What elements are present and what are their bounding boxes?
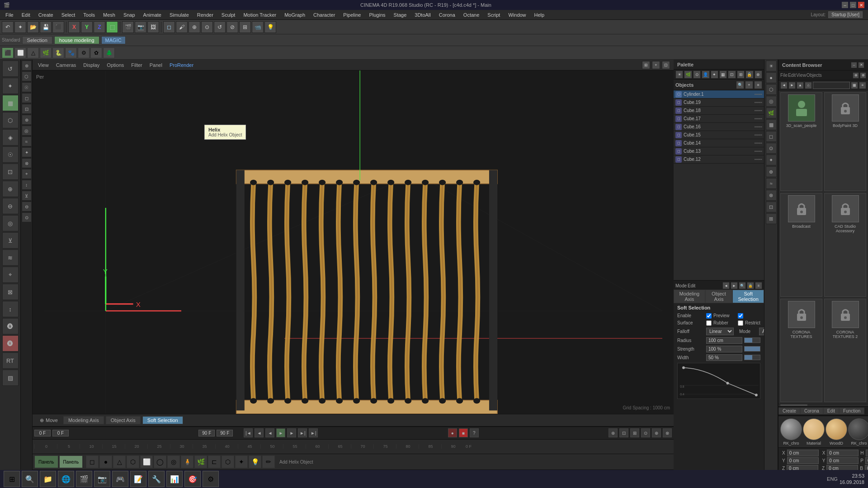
- mat-woodd[interactable]: WoodD: [826, 418, 847, 446]
- task-btn-4[interactable]: 📷: [94, 471, 110, 487]
- rs-btn-13[interactable]: ⊡: [766, 202, 777, 212]
- vp-filter[interactable]: Filter: [129, 61, 144, 69]
- left-btn-13[interactable]: ⌖: [2, 267, 19, 283]
- play-btn[interactable]: ►: [276, 428, 285, 437]
- mode-select[interactable]: All: [759, 328, 764, 335]
- rs-btn-10[interactable]: ⊕: [766, 166, 777, 177]
- render-region-btn[interactable]: 📷: [135, 21, 146, 33]
- ty-input[interactable]: [827, 457, 859, 464]
- left2-btn-11[interactable]: ⌖: [22, 169, 32, 179]
- cb-up-btn[interactable]: ▲: [797, 82, 804, 89]
- cb-item-broadcast[interactable]: Broadcast: [780, 193, 822, 296]
- maximize-button[interactable]: □: [850, 2, 856, 8]
- strength-input[interactable]: [706, 346, 742, 352]
- left2-btn-4[interactable]: ◻: [22, 93, 32, 103]
- palette-btn-8[interactable]: ⊞: [737, 70, 745, 79]
- left-btn-6[interactable]: ☉: [2, 146, 19, 163]
- auto-key-btn[interactable]: ⊡: [619, 428, 628, 437]
- left-btn-12[interactable]: ≋: [2, 249, 19, 266]
- left-btn-8[interactable]: ⊕: [2, 181, 19, 197]
- menu-simulate[interactable]: Simulate: [166, 11, 193, 19]
- rotate-tool[interactable]: ↺: [214, 21, 226, 33]
- menu-mograph[interactable]: MoGraph: [281, 11, 309, 19]
- vp-fit-btn[interactable]: ⊞: [642, 61, 650, 69]
- cb-item-c4d-accessory[interactable]: CAD Studio Accessory: [824, 193, 866, 296]
- left-btn-7[interactable]: ⊡: [2, 164, 19, 180]
- palette-btn-7[interactable]: ⊡: [728, 70, 736, 79]
- move-tool[interactable]: ⊕: [189, 21, 200, 33]
- rs-btn-2[interactable]: ●: [766, 72, 777, 83]
- radius-slider[interactable]: [744, 338, 760, 343]
- vp-options[interactable]: Options: [105, 61, 126, 69]
- prop-back-btn[interactable]: ◄: [722, 282, 730, 289]
- left2-btn-1[interactable]: ⊕: [22, 61, 32, 70]
- z-axis-btn[interactable]: Z: [94, 21, 105, 33]
- left-btn-17[interactable]: 🅗: [2, 335, 19, 352]
- radius-input[interactable]: [706, 337, 742, 344]
- corona-tab[interactable]: Corona: [800, 408, 823, 414]
- obj-cube16[interactable]: ◻ Cube.16 ▪▪▪▪▪▪: [674, 123, 764, 131]
- new-scene-btn[interactable]: ✦: [14, 21, 26, 33]
- soft-sel-tab-prop[interactable]: Soft Selection: [732, 290, 764, 303]
- prim-light-btn[interactable]: 💡: [249, 455, 261, 468]
- undo-btn[interactable]: ↶: [2, 21, 14, 33]
- light-btn[interactable]: 💡: [264, 21, 276, 33]
- vp-prorender[interactable]: ProRender: [168, 61, 195, 69]
- width-input[interactable]: [706, 354, 742, 361]
- tx-input[interactable]: [827, 450, 859, 456]
- width-slider[interactable]: [744, 355, 760, 360]
- prop-fwd-btn[interactable]: ►: [731, 282, 738, 289]
- left2-btn-8[interactable]: ≈: [22, 136, 32, 146]
- vp-maximize-btn[interactable]: ⊡: [662, 61, 670, 69]
- prim-sphere-btn[interactable]: ●: [99, 455, 112, 468]
- left2-btn-13[interactable]: ⊻: [22, 191, 32, 201]
- vp-panel[interactable]: Panel: [148, 61, 164, 69]
- palette-btn-2[interactable]: 🌿: [684, 70, 692, 79]
- sub-btn-8[interactable]: ✿: [90, 47, 102, 58]
- cb-item-corona-tex2[interactable]: CORONA TEXTURES 2: [824, 299, 866, 402]
- left-btn-15[interactable]: ↕: [2, 301, 19, 317]
- sub-btn-7[interactable]: ⚙: [78, 47, 90, 58]
- panel-tab-2[interactable]: Панель: [59, 455, 83, 468]
- cb-list-btn[interactable]: ≡: [859, 82, 866, 89]
- left-btn-9[interactable]: ⊖: [2, 198, 19, 214]
- cb-item-scan[interactable]: 3D_scan_people: [780, 92, 822, 191]
- save-btn[interactable]: 💾: [40, 21, 52, 33]
- close-button[interactable]: ✕: [858, 2, 864, 8]
- rs-btn-6[interactable]: ▦: [766, 119, 777, 130]
- prim-cylinder-btn[interactable]: ⬡: [127, 455, 139, 468]
- obj-cube18[interactable]: ◻ Cube.18 ▪▪▪▪▪▪: [674, 107, 764, 115]
- mat-material[interactable]: Material: [803, 418, 825, 446]
- help-btn[interactable]: ?: [470, 428, 479, 437]
- frame-start-input[interactable]: [34, 430, 51, 436]
- sub-btn-4[interactable]: 🌿: [40, 47, 52, 58]
- task-btn-1[interactable]: 📁: [40, 471, 56, 487]
- prim-torus-btn[interactable]: ◎: [167, 455, 180, 468]
- menu-sculpt[interactable]: Sculpt: [218, 11, 239, 19]
- anim2-btn[interactable]: ⊕: [652, 428, 661, 437]
- prim-cloner-btn[interactable]: ✦: [235, 455, 248, 468]
- obj-cube17[interactable]: ◻ Cube.17 ▪▪▪▪▪▪: [674, 115, 764, 123]
- frame-end2-input[interactable]: [217, 430, 233, 436]
- camera-btn[interactable]: 📹: [252, 21, 264, 33]
- menu-stage[interactable]: Stage: [390, 11, 410, 19]
- p-input[interactable]: [865, 457, 868, 464]
- x-axis-btn[interactable]: X: [68, 21, 80, 33]
- anim-btn[interactable]: ⊙: [641, 428, 650, 437]
- vp-cameras[interactable]: Cameras: [54, 61, 78, 69]
- left-btn-1[interactable]: ↺: [2, 61, 19, 77]
- palette-btn-10[interactable]: ⊗: [755, 70, 762, 79]
- obj-cube19[interactable]: ◻ Cube.19 ▪▪▪▪▪▪: [674, 99, 764, 107]
- task-btn-7[interactable]: 🔧: [148, 471, 165, 487]
- viewport-content[interactable]: Perspective: [33, 70, 674, 414]
- prev-frame-btn[interactable]: ◄: [255, 428, 264, 437]
- objects-list[interactable]: ⬡ Cylinder.1 ▪▪▪▪▪▪ ◻ Cube.19 ▪▪▪▪▪▪ ◻ C…: [674, 90, 764, 280]
- rs-btn-12[interactable]: ⊗: [766, 190, 777, 201]
- cb-close-btn[interactable]: ✕: [858, 62, 864, 68]
- settings-btn[interactable]: ⊗: [663, 428, 672, 437]
- menu-create[interactable]: Create: [35, 11, 57, 19]
- next-frame-btn[interactable]: ►|: [298, 428, 307, 437]
- menu-select[interactable]: Select: [58, 11, 79, 19]
- left2-btn-3[interactable]: ☉: [22, 82, 32, 92]
- enable-checkbox[interactable]: [706, 313, 712, 319]
